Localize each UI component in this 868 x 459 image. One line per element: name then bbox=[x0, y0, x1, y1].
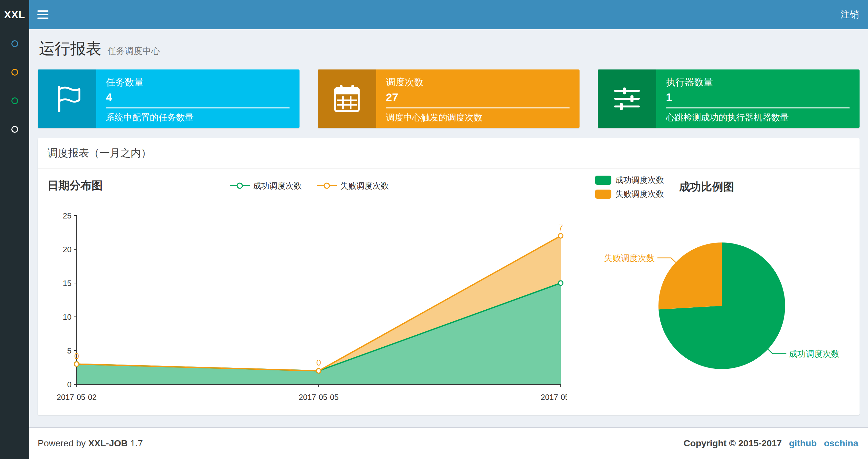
circle-icon bbox=[11, 40, 18, 47]
oschina-link[interactable]: oschina bbox=[824, 438, 858, 449]
info-box-value: 27 bbox=[386, 91, 570, 103]
legend-item[interactable]: 失败调度次数 bbox=[595, 189, 664, 199]
info-box-divider bbox=[106, 107, 290, 108]
line-marker-icon bbox=[316, 182, 338, 189]
page-title: 运行报表 bbox=[39, 40, 101, 57]
logout-link[interactable]: 注销 bbox=[832, 0, 868, 29]
legend-item[interactable]: 成功调度次数 bbox=[229, 181, 302, 191]
info-box-description: 心跳检测成功的执行器机器数量 bbox=[666, 112, 850, 123]
sliders-icon bbox=[598, 69, 656, 128]
sidebar-menu bbox=[0, 29, 29, 143]
info-box-description: 系统中配置的任务数量 bbox=[106, 112, 290, 123]
product-name: XXL-JOB bbox=[88, 438, 128, 448]
footer: Powered by XXL-JOB 1.7 Copyright © 2015-… bbox=[29, 427, 868, 459]
svg-text:成功调度次数: 成功调度次数 bbox=[789, 349, 839, 359]
legend-swatch-icon bbox=[595, 190, 611, 199]
content-wrapper: 运行报表 任务调度中心 任务数量 4 系统中配置的任务数量 bbox=[29, 29, 868, 427]
svg-text:15: 15 bbox=[63, 279, 71, 288]
svg-text:10: 10 bbox=[63, 313, 71, 321]
pie-chart-section: 成功调度次数失败调度次数 成功比例图 成功调度次数失败调度次数 bbox=[567, 175, 856, 405]
flag-icon bbox=[38, 69, 96, 128]
info-box-description: 调度中心触发的调度次数 bbox=[386, 112, 570, 123]
svg-text:2017-05-08: 2017-05-08 bbox=[541, 393, 567, 401]
info-box-value: 4 bbox=[106, 91, 290, 103]
calendar-icon bbox=[318, 69, 376, 128]
report-panel: 调度报表（一月之内） 日期分布图 成功调度次数失败调度次数 0510152025… bbox=[38, 138, 860, 415]
sidebar bbox=[0, 29, 29, 459]
info-box-triggers: 调度次数 27 调度中心触发的调度次数 bbox=[318, 69, 580, 128]
page-header: 运行报表 任务调度中心 bbox=[38, 29, 860, 59]
line-chart: 05101520252017-05-022017-05-052017-05-08… bbox=[48, 196, 567, 404]
svg-text:0: 0 bbox=[67, 380, 71, 389]
svg-text:2017-05-02: 2017-05-02 bbox=[57, 393, 97, 401]
svg-text:失败调度次数: 失败调度次数 bbox=[604, 253, 655, 263]
svg-text:7: 7 bbox=[558, 223, 563, 232]
info-box-value: 1 bbox=[666, 91, 850, 103]
svg-text:2017-05-05: 2017-05-05 bbox=[299, 393, 339, 401]
info-box-label: 任务数量 bbox=[106, 76, 290, 89]
legend-item[interactable]: 失败调度次数 bbox=[316, 181, 389, 191]
navbar: 注销 bbox=[29, 0, 868, 29]
sidebar-item-2[interactable] bbox=[0, 58, 29, 86]
svg-text:0: 0 bbox=[316, 358, 321, 367]
line-marker-icon bbox=[229, 182, 250, 189]
sidebar-toggle-icon[interactable] bbox=[29, 0, 57, 29]
sidebar-item-1[interactable] bbox=[0, 29, 29, 58]
page-subtitle: 任务调度中心 bbox=[107, 46, 160, 56]
legend-item[interactable]: 成功调度次数 bbox=[595, 175, 664, 185]
copyright-area: Copyright © 2015-2017 github oschina bbox=[683, 438, 858, 449]
top-navbar: XXL 注销 bbox=[0, 0, 868, 29]
svg-text:5: 5 bbox=[67, 347, 71, 355]
pie-chart-title: 成功比例图 bbox=[679, 179, 734, 194]
github-link[interactable]: github bbox=[789, 438, 817, 449]
circle-icon bbox=[11, 126, 18, 133]
info-box-divider bbox=[386, 107, 570, 108]
info-box-label: 执行器数量 bbox=[666, 76, 850, 89]
line-chart-section: 日期分布图 成功调度次数失败调度次数 05101520252017-05-022… bbox=[48, 175, 567, 405]
svg-text:0: 0 bbox=[74, 351, 79, 361]
svg-text:25: 25 bbox=[63, 211, 71, 220]
line-chart-title: 日期分布图 bbox=[48, 178, 103, 193]
app-logo[interactable]: XXL bbox=[0, 0, 29, 29]
copyright-text: Copyright © 2015-2017 bbox=[683, 438, 782, 449]
sidebar-item-3[interactable] bbox=[0, 86, 29, 115]
line-chart-legend: 成功调度次数失败调度次数 bbox=[103, 181, 515, 191]
product-version: 1.7 bbox=[130, 438, 143, 448]
circle-icon bbox=[11, 97, 18, 104]
legend-swatch-icon bbox=[595, 175, 611, 185]
circle-icon bbox=[11, 69, 18, 76]
powered-by: Powered by XXL-JOB 1.7 bbox=[38, 438, 143, 449]
sidebar-item-4[interactable] bbox=[0, 115, 29, 143]
pie-chart: 成功调度次数失败调度次数 bbox=[577, 199, 856, 381]
pie-chart-legend: 成功调度次数失败调度次数 bbox=[595, 175, 664, 199]
info-box-jobs: 任务数量 4 系统中配置的任务数量 bbox=[38, 69, 300, 128]
info-box-row: 任务数量 4 系统中配置的任务数量 调度次数 bbox=[38, 69, 860, 128]
svg-text:20: 20 bbox=[63, 245, 71, 254]
info-box-label: 调度次数 bbox=[386, 76, 570, 89]
info-box-executors: 执行器数量 1 心跳检测成功的执行器机器数量 bbox=[598, 69, 860, 128]
info-box-divider bbox=[666, 107, 850, 108]
panel-title: 调度报表（一月之内） bbox=[38, 138, 860, 169]
